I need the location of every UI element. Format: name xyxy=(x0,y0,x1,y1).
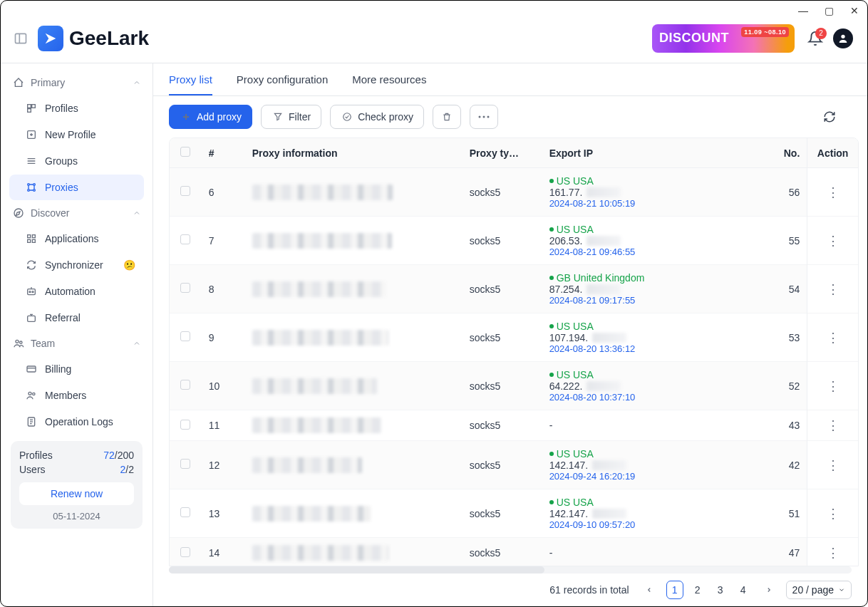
delete-button[interactable] xyxy=(433,105,461,129)
table-row: 9socks5US USA107.194.2024-08-20 13:36:12… xyxy=(170,313,858,362)
country-label: US USA xyxy=(549,224,753,235)
row-checkbox[interactable] xyxy=(180,234,190,244)
window-maximize[interactable]: ▢ xyxy=(823,5,835,16)
new-profile-icon xyxy=(25,128,38,141)
chevron-up-icon xyxy=(133,78,141,87)
row-checkbox[interactable] xyxy=(180,283,190,293)
row-checkbox[interactable] xyxy=(180,380,190,390)
svg-rect-25 xyxy=(27,366,36,372)
svg-point-28 xyxy=(33,393,35,395)
proxy-info-redacted xyxy=(252,457,362,473)
svg-point-21 xyxy=(32,291,33,293)
filter-button[interactable]: Filter xyxy=(261,105,321,129)
trash-icon xyxy=(440,110,453,123)
row-actions-button[interactable]: ⋮ xyxy=(827,418,839,432)
refresh-button[interactable] xyxy=(823,110,836,123)
sidebar-item-label: Proxies xyxy=(45,182,78,193)
page-1[interactable]: 1 xyxy=(666,581,683,599)
discount-banner[interactable]: DISCOUNT 11.09 ~08.10 xyxy=(652,24,795,53)
row-actions-button[interactable]: ⋮ xyxy=(827,234,839,248)
sidebar-item-referral[interactable]: Referral xyxy=(9,305,144,331)
page-4[interactable]: 4 xyxy=(735,581,752,599)
add-proxy-button[interactable]: Add proxy xyxy=(169,105,252,129)
svg-point-12 xyxy=(28,190,30,192)
sidebar-item-operation-logs[interactable]: Operation Logs xyxy=(9,409,144,435)
filter-icon xyxy=(272,110,284,123)
sidebar-item-synchronizer[interactable]: Synchronizer😕 xyxy=(9,252,144,278)
automation-icon xyxy=(25,285,38,298)
row-actions-button[interactable]: ⋮ xyxy=(827,458,839,472)
timestamp: 2024-08-20 10:37:10 xyxy=(549,392,753,403)
users-label: Users xyxy=(19,464,46,475)
country-label: US USA xyxy=(549,321,753,332)
ip-value: 64.222. xyxy=(549,380,753,392)
row-checkbox[interactable] xyxy=(180,459,190,469)
sidebar-item-label: Referral xyxy=(45,312,81,323)
row-actions-button[interactable]: ⋮ xyxy=(827,185,839,199)
sidebar-item-automation[interactable]: Automation xyxy=(9,279,144,304)
page-2[interactable]: 2 xyxy=(689,581,706,599)
sidebar-item-billing[interactable]: Billing xyxy=(9,356,144,382)
proxy-type: socks5 xyxy=(463,265,542,313)
svg-point-13 xyxy=(33,190,36,192)
row-checkbox[interactable] xyxy=(180,547,190,557)
tab-more-resources[interactable]: More resources xyxy=(352,73,426,95)
timestamp: 2024-09-24 16:20:19 xyxy=(549,471,753,482)
sidebar-item-profiles[interactable]: Profiles xyxy=(9,95,144,121)
row-actions-button[interactable]: ⋮ xyxy=(827,331,839,345)
tab-proxy-list[interactable]: Proxy list xyxy=(169,73,212,95)
sidebar-item-proxies[interactable]: Proxies xyxy=(9,175,144,200)
proxies-icon xyxy=(25,181,38,194)
svg-point-36 xyxy=(478,116,480,118)
horizontal-scrollbar[interactable] xyxy=(169,566,852,574)
chevron-up-icon xyxy=(133,339,141,348)
applications-icon xyxy=(25,232,38,245)
row-checkbox[interactable] xyxy=(180,507,190,517)
check-proxy-button[interactable]: Check proxy xyxy=(330,105,424,129)
window-minimize[interactable]: — xyxy=(797,5,809,16)
row-checkbox[interactable] xyxy=(180,420,190,430)
row-index: 9 xyxy=(202,313,245,362)
row-actions-button[interactable]: ⋮ xyxy=(827,546,839,560)
country-label: US USA xyxy=(549,448,753,460)
proxy-type: socks5 xyxy=(463,441,542,489)
proxy-info-redacted xyxy=(252,233,392,249)
row-number: 52 xyxy=(760,362,807,410)
column-proxyinfo: Proxy information xyxy=(245,138,463,168)
sidebar-item-applications[interactable]: Applications xyxy=(9,226,144,251)
page-3[interactable]: 3 xyxy=(712,581,729,599)
notifications-button[interactable]: 2 xyxy=(807,31,823,46)
row-number: 54 xyxy=(760,265,807,313)
table-row: 13socks5US USA142.147.2024-09-10 09:57:2… xyxy=(170,489,858,538)
renew-button[interactable]: Renew now xyxy=(19,482,134,505)
sidebar-group-primary[interactable]: Primary xyxy=(6,71,147,95)
app-name: GeeLark xyxy=(69,27,149,50)
sidebar-toggle-icon[interactable] xyxy=(12,30,29,47)
tab-proxy-configuration[interactable]: Proxy configuration xyxy=(237,73,328,95)
svg-point-10 xyxy=(28,184,30,186)
row-checkbox[interactable] xyxy=(180,186,190,196)
sidebar-group-team[interactable]: Team xyxy=(6,331,147,356)
sidebar-item-new-profile[interactable]: New Profile xyxy=(9,122,144,147)
row-actions-button[interactable]: ⋮ xyxy=(827,507,839,521)
row-index: 12 xyxy=(202,441,245,489)
group-icon xyxy=(12,337,25,350)
proxy-type: socks5 xyxy=(463,217,542,265)
column-checkbox[interactable] xyxy=(170,138,202,168)
window-close[interactable]: ✕ xyxy=(849,5,860,16)
user-avatar[interactable] xyxy=(833,28,853,48)
per-page-select[interactable]: 20 / page xyxy=(786,581,852,599)
sidebar-item-members[interactable]: Members xyxy=(9,383,144,408)
timestamp: 2024-09-10 09:57:20 xyxy=(549,519,753,530)
referral-icon xyxy=(25,311,38,324)
page-prev[interactable] xyxy=(641,581,658,599)
more-button[interactable] xyxy=(470,105,498,129)
row-actions-button[interactable]: ⋮ xyxy=(827,379,839,393)
row-actions-button[interactable]: ⋮ xyxy=(827,282,839,296)
sidebar-group-discover[interactable]: Discover xyxy=(6,201,147,225)
sidebar-item-groups[interactable]: Groups xyxy=(9,148,144,174)
page-next[interactable] xyxy=(760,581,777,599)
filter-label: Filter xyxy=(289,111,311,123)
proxy-info-redacted xyxy=(252,506,371,522)
row-checkbox[interactable] xyxy=(180,331,190,341)
